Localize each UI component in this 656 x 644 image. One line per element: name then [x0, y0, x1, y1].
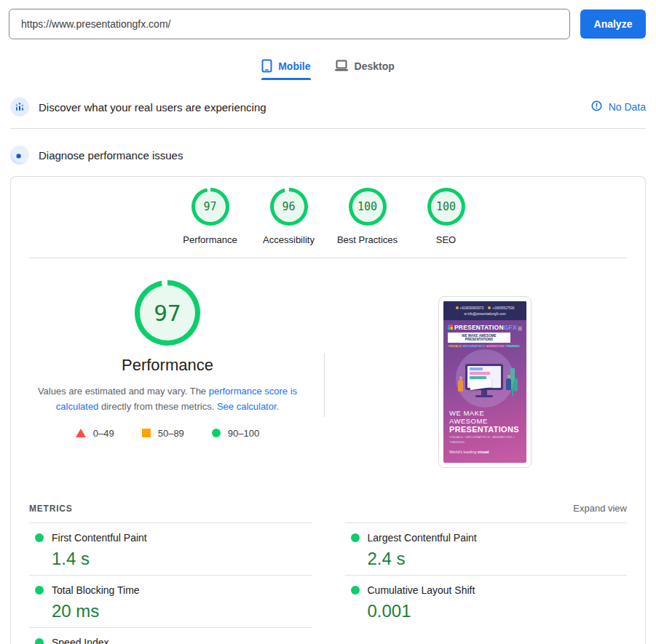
score-accessibility[interactable]: 96 Accessibility	[250, 188, 328, 245]
lighthouse-icon	[10, 146, 29, 164]
thumb-logo-block: PRESENTATIONGFX ☰ WE MAKE AWESOME PRESEN…	[443, 320, 526, 348]
pass-dot-icon	[35, 638, 44, 644]
score-value: 100	[352, 191, 383, 222]
metric-value: 1.4 s	[52, 549, 312, 569]
screenshot-image: +919030903073 +18005527530 ✉ info@presen…	[443, 301, 526, 463]
device-tabs: Mobile Desktop	[0, 59, 656, 80]
metric-largest-contentful-paint: Largest Contentful Paint 2.4 s	[345, 522, 628, 575]
screenshot-column: +919030903073 +18005527530 ✉ info@presen…	[325, 258, 645, 484]
mobile-icon	[261, 59, 272, 73]
metric-empty-cell	[345, 627, 628, 644]
tab-mobile-label: Mobile	[278, 60, 310, 72]
fail-triangle-icon	[76, 429, 86, 437]
url-input[interactable]	[9, 9, 570, 39]
score-performance[interactable]: 97 Performance	[171, 188, 250, 245]
legend-pass: 90–100	[212, 428, 259, 439]
score-value: 100	[431, 191, 462, 222]
category-scores: 97 Performance 96 Accessibility 100 Best…	[11, 177, 645, 245]
score-label: Performance	[183, 234, 237, 245]
performance-gauge-column: 97 Performance Values are estimated and …	[11, 258, 324, 484]
metric-value: 0.001	[368, 601, 628, 621]
tab-desktop-label: Desktop	[355, 60, 395, 72]
performance-gauge-value: 97	[140, 285, 195, 341]
thumb-hero-text: WE MAKE AWESOME PRESENTATIONS VISUALS • …	[449, 409, 522, 454]
performance-description: Values are estimated and may vary. The p…	[25, 384, 309, 415]
page-screenshot-thumbnail[interactable]: +919030903073 +18005527530 ✉ info@presen…	[438, 296, 531, 468]
score-label: SEO	[436, 234, 456, 245]
legend-fail: 0–49	[76, 428, 114, 439]
pass-dot-icon	[351, 533, 360, 542]
score-value: 96	[274, 191, 304, 222]
score-seo[interactable]: 100 SEO	[407, 188, 486, 245]
metrics-grid: First Contentful Paint 1.4 s Largest Con…	[29, 522, 627, 644]
pass-dot-icon	[35, 533, 44, 542]
discover-title: Discover what your real users are experi…	[39, 101, 266, 114]
url-bar: Analyze	[0, 0, 656, 39]
metrics-header-row: METRICS Expand view	[29, 503, 627, 514]
info-icon	[591, 100, 602, 114]
performance-summary: 97 Performance Values are estimated and …	[11, 258, 645, 484]
lab-report-card: 97 Performance 96 Accessibility 100 Best…	[10, 176, 646, 644]
diagnose-title: Diagnose performance issues	[39, 149, 183, 162]
metric-value: 20 ms	[52, 601, 312, 621]
desktop-icon	[334, 60, 349, 72]
no-data-status[interactable]: No Data	[591, 100, 646, 114]
no-data-label: No Data	[609, 101, 646, 113]
expand-view-button[interactable]: Expand view	[573, 503, 627, 514]
legend-average-range: 50–89	[158, 428, 184, 439]
diagnose-section-header: Diagnose performance issues	[0, 146, 656, 164]
see-calculator-link[interactable]: See calculator.	[217, 401, 279, 412]
thumb-illustration	[443, 346, 526, 413]
tab-desktop[interactable]: Desktop	[334, 59, 395, 80]
metric-total-blocking-time: Total Blocking Time 20 ms	[29, 575, 312, 627]
field-data-icon	[10, 98, 29, 116]
score-legend: 0–49 50–89 90–100	[76, 428, 259, 439]
performance-gauge[interactable]: 97	[135, 280, 200, 346]
tab-mobile[interactable]: Mobile	[261, 59, 310, 80]
analyze-button[interactable]: Analyze	[580, 9, 646, 39]
score-value: 97	[195, 191, 226, 222]
discover-section-header: Discover what your real users are experi…	[0, 98, 656, 116]
metric-first-contentful-paint: First Contentful Paint 1.4 s	[29, 522, 312, 575]
thumb-menu-icon: ☰	[518, 326, 522, 332]
legend-fail-range: 0–49	[93, 428, 114, 439]
performance-gauge-label: Performance	[122, 356, 213, 375]
metric-speed-index: Speed Index 2.2 s	[29, 627, 312, 644]
score-best-practices[interactable]: 100 Best Practices	[328, 188, 407, 245]
legend-average: 50–89	[142, 428, 184, 439]
score-label: Best Practices	[337, 234, 398, 245]
metric-cumulative-layout-shift: Cumulative Layout Shift 0.001	[345, 575, 628, 627]
metrics-heading: METRICS	[29, 504, 73, 514]
pass-circle-icon	[212, 429, 221, 437]
pass-dot-icon	[351, 586, 360, 595]
score-label: Accessibility	[263, 234, 315, 245]
thumb-topbar: +919030903073 +18005527530 ✉ info@presen…	[443, 301, 526, 320]
metric-value: 2.4 s	[368, 549, 628, 569]
pass-dot-icon	[35, 586, 44, 595]
legend-pass-range: 90–100	[228, 428, 259, 439]
section-divider	[10, 128, 646, 129]
average-square-icon	[142, 429, 151, 437]
